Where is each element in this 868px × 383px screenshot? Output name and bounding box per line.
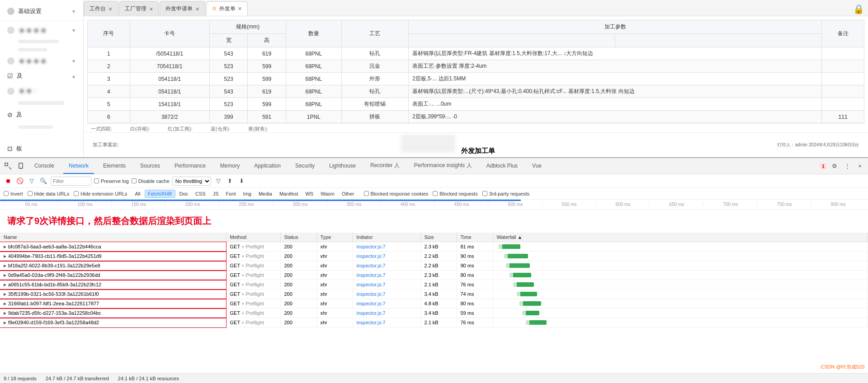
devtools-tab-recorder[interactable]: Recorder 人 [365,159,405,174]
expand-icon[interactable]: ▶ [4,273,6,277]
filter-media[interactable]: Media [255,190,275,198]
filter-all[interactable]: All [132,190,144,198]
filter-doc[interactable]: Doc [176,190,192,198]
network-row[interactable]: ▶3166fab1-b097-fdf1-2eea-3a1226117877GET… [0,299,868,308]
sidebar-item-3[interactable]: ◾◾◾◾ ▼ [0,54,83,68]
record-icon[interactable]: ⏺ [4,177,13,186]
expand-icon[interactable]: ▶ [4,292,6,296]
devtools-tab-lighthouse[interactable]: Lighthouse [324,159,361,174]
devtools-tab-network[interactable]: Network [63,159,94,174]
network-row[interactable]: ▶9dab7235-d5fc-d227-153a-3a12258c04bcGET… [0,308,868,318]
network-cell-size: 3.4 kB [420,290,457,299]
devtools-tab-console[interactable]: Console [29,159,60,174]
import-icon[interactable]: ⬆ [226,177,235,186]
filter-icon[interactable]: ▽ [27,177,36,186]
filter-js[interactable]: JS [210,190,222,198]
expand-icon[interactable]: ▶ [4,321,6,325]
tab-outsource-order[interactable]: ⚙ 外发单 × [206,1,248,16]
initiator-link[interactable]: inspector.js:7 [357,253,386,259]
network-cell-initiator[interactable]: inspector.js:7 [353,252,420,261]
more-options-icon[interactable]: ⋮ [843,162,852,171]
clear-icon[interactable]: 🚫 [15,177,24,186]
blocked-cookies-checkbox[interactable] [364,191,369,196]
throttling-select[interactable]: No throttling [172,177,211,186]
devtools-device-icon[interactable] [16,162,25,171]
initiator-link[interactable]: inspector.js:7 [357,272,386,278]
network-cell-initiator[interactable]: inspector.js:7 [353,271,420,280]
network-row[interactable]: ▶404994be-7903-cb11-f9d5-3a122b4251d9GET… [0,252,868,261]
expand-icon[interactable]: ▶ [4,302,6,306]
throttling-settings-icon[interactable]: ▽ [214,177,223,186]
sidebar-item-basic-settings[interactable]: 基础设置 ▼ [0,4,83,19]
expand-icon[interactable]: ▶ [4,283,6,287]
expand-icon[interactable]: ▶ [4,254,6,258]
filter-ws[interactable]: WS [302,190,316,198]
initiator-link[interactable]: inspector.js:7 [357,310,386,316]
devtools-tab-security[interactable]: Security [290,159,320,174]
filter-img[interactable]: Img [240,190,255,198]
tab-outsource-request[interactable]: 外发申请单 × [160,1,205,16]
disable-cache-checkbox[interactable] [132,178,137,183]
sidebar-item-6[interactable]: ⊘ 及 [0,107,83,122]
devtools-tab-perf-insights[interactable]: Performance insights 人 [409,159,477,174]
hide-ext-urls-checkbox[interactable] [74,191,79,196]
initiator-link[interactable]: inspector.js:7 [357,263,386,268]
initiator-link[interactable]: inspector.js:7 [357,244,386,249]
devtools-tab-sources[interactable]: Sources [135,159,165,174]
sidebar-item-5[interactable]: ◾◾！ [0,84,83,99]
network-cell-initiator[interactable]: inspector.js:7 [353,280,420,290]
tab-outsource-req-close[interactable]: × [195,5,199,13]
initiator-link[interactable]: inspector.js:7 [357,282,386,287]
close-devtools-icon[interactable]: × [855,162,864,171]
network-cell-initiator[interactable]: inspector.js:7 [353,242,420,252]
th-waterfall: Waterfall ▲ [493,233,868,242]
tab-factory-mgmt[interactable]: 工厂管理 × [119,1,159,16]
network-cell-initiator[interactable]: inspector.js:7 [353,308,420,318]
network-cell-initiator[interactable]: inspector.js:7 [353,261,420,271]
network-row[interactable]: ▶35f5199b-0321-bc56-533f-3a12261b61f0GET… [0,290,868,299]
tab-workbench-close[interactable]: × [108,5,112,13]
devtools-tab-vue[interactable]: Vue [527,159,547,174]
devtools-tab-elements[interactable]: Elements [98,159,131,174]
devtools-tab-memory[interactable]: Memory [215,159,245,174]
devtools-tab-adblock[interactable]: Adblock Plus [481,159,523,174]
sidebar-item-2[interactable]: ◾◾◾◾ ▼ [0,23,83,37]
blocked-requests-checkbox[interactable] [433,191,438,196]
devtools-inspect-icon[interactable] [4,162,13,171]
network-row[interactable]: ▶bf18a2f2-6022-8b39-c191-3a122b29e5e8GET… [0,261,868,271]
filter-wasm[interactable]: Wasm [317,190,338,198]
invert-checkbox[interactable] [4,191,9,196]
network-cell-initiator[interactable]: inspector.js:7 [353,318,420,327]
devtools-tab-application[interactable]: Application [249,159,286,174]
expand-icon[interactable]: ▶ [4,264,6,268]
sidebar-item-bottom[interactable]: ⊡ 板 [0,141,83,156]
tab-factory-close[interactable]: × [149,5,153,13]
filter-css[interactable]: CSS [192,190,209,198]
tab-workbench[interactable]: 工作台 × [84,1,118,16]
devtools-tab-performance[interactable]: Performance [169,159,211,174]
filter-font[interactable]: Font [223,190,239,198]
initiator-link[interactable]: inspector.js:7 [357,301,386,306]
third-party-checkbox[interactable] [482,191,487,196]
expand-icon[interactable]: ▶ [4,311,6,315]
initiator-link[interactable]: inspector.js:7 [357,320,386,325]
filter-fetch-xhr[interactable]: Fetch/XHR [145,190,175,198]
network-row[interactable]: ▶a0651c55-61bb-bd1b-85b9-3a122b23fc12GET… [0,280,868,290]
preserve-log-checkbox[interactable] [94,178,99,183]
initiator-link[interactable]: inspector.js:7 [357,291,386,297]
filter-manifest[interactable]: Manifest [276,190,302,198]
network-row[interactable]: ▶0d9a45a0-02da-c9f9-2f48-3a122b2936ddGET… [0,271,868,280]
search-icon[interactable]: 🔍 [39,177,48,186]
sidebar-item-4[interactable]: ☑ 及 ▲ [0,68,83,84]
filter-input[interactable] [51,177,91,186]
settings-icon[interactable]: ⚙ [830,162,839,171]
tab-outsource-order-close[interactable]: × [238,5,242,12]
network-cell-initiator[interactable]: inspector.js:7 [353,290,420,299]
network-cell-initiator[interactable]: inspector.js:7 [353,299,420,308]
filter-other[interactable]: Other [339,190,358,198]
export-icon[interactable]: ⬇ [237,177,246,186]
network-row[interactable]: ▶f9e02840-d159-f169-3ef3-3a12258a48d2GET… [0,318,868,327]
expand-icon[interactable]: ▶ [4,245,6,249]
network-row[interactable]: ▶bfc087a3-6aa3-aeb3-aa8a-3a122b446ccaGET… [0,242,868,252]
hide-data-urls-checkbox[interactable] [28,191,33,196]
